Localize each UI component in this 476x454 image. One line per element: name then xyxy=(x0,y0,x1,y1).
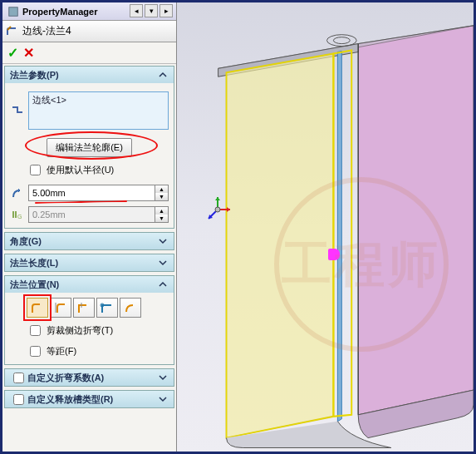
spinner[interactable]: ▲▼ xyxy=(155,185,169,201)
section-header-custom-bend[interactable]: 自定义折弯系数(A) xyxy=(5,369,174,386)
chevron-up-icon xyxy=(157,69,169,81)
graphics-viewport[interactable]: 工程师 xyxy=(177,2,474,452)
edge-select-icon xyxy=(10,104,25,117)
section-header-custom-relief[interactable]: 自定义释放槽类型(R) xyxy=(5,391,174,407)
checkbox-input[interactable] xyxy=(13,394,24,405)
checkbox-input[interactable] xyxy=(30,325,41,336)
checkbox-input[interactable] xyxy=(13,373,24,383)
section-title-custom-bend: 自定义折弯系数(A) xyxy=(27,372,157,384)
svg-rect-0 xyxy=(9,7,18,16)
checkbox-input[interactable] xyxy=(30,346,41,357)
section-title-position: 法兰位置(N) xyxy=(10,279,59,291)
trim-side-bends-checkbox[interactable]: 剪裁侧边折弯(T) xyxy=(27,323,169,338)
position-tangent[interactable] xyxy=(120,298,141,318)
section-custom-bend: 自定义折弯系数(A) xyxy=(4,368,174,387)
section-flange-params: 法兰参数(P) 边线<1> 编辑法兰轮廓(E) xyxy=(4,66,174,229)
property-manager-panel: PropertyManager ◂ ▾ ▸ 边线-法兰4 ✓ ✕ 法兰参数(P) xyxy=(2,2,177,452)
gap-icon: G xyxy=(10,208,25,221)
section-header-params[interactable]: 法兰参数(P) xyxy=(5,67,174,83)
svg-point-5 xyxy=(333,37,350,44)
section-title-angle: 角度(G) xyxy=(10,235,42,248)
cancel-button[interactable]: ✕ xyxy=(23,45,34,61)
edit-flange-profile-button[interactable]: 编辑法兰轮廓(E) xyxy=(47,138,132,157)
bend-radius-field[interactable]: ▲▼ xyxy=(28,185,169,201)
position-options xyxy=(27,298,169,318)
pm-nav-prev[interactable]: ◂ xyxy=(130,4,143,17)
svg-point-4 xyxy=(326,35,356,47)
ok-cancel-bar: ✓ ✕ xyxy=(2,42,176,64)
origin-triad[interactable] xyxy=(202,194,233,229)
section-title-params: 法兰参数(P) xyxy=(10,69,59,81)
section-title-custom-relief: 自定义释放槽类型(R) xyxy=(27,393,157,406)
watermark: 工程师 xyxy=(274,177,449,352)
pm-title: PropertyManager xyxy=(22,7,97,17)
gap-input xyxy=(28,206,155,223)
bend-radius-input[interactable] xyxy=(28,185,155,201)
position-material-outside[interactable] xyxy=(50,298,71,318)
chevron-down-icon xyxy=(157,393,169,405)
pm-nav-menu[interactable]: ▾ xyxy=(145,4,158,17)
feature-name: 边线-法兰4 xyxy=(22,24,71,38)
annotation-box xyxy=(23,294,52,321)
chevron-down-icon xyxy=(157,235,169,247)
offset-checkbox[interactable]: 等距(F) xyxy=(27,343,169,359)
use-default-radius-label: 使用默认半径(U) xyxy=(47,164,114,176)
edge-flange-icon xyxy=(6,25,19,38)
svg-text:G: G xyxy=(17,214,22,220)
pm-header-icon xyxy=(7,6,19,17)
section-header-position[interactable]: 法兰位置(N) xyxy=(5,276,174,293)
section-angle: 角度(G) xyxy=(4,232,174,250)
section-custom-relief: 自定义释放槽类型(R) xyxy=(4,390,174,408)
section-header-length[interactable]: 法兰长度(L) xyxy=(5,254,174,271)
chevron-down-icon xyxy=(157,257,169,269)
pm-nav-next[interactable]: ▸ xyxy=(159,4,173,17)
use-default-radius-checkbox[interactable]: 使用默认半径(U) xyxy=(27,162,169,178)
chevron-up-icon xyxy=(157,279,169,290)
offset-label: 等距(F) xyxy=(47,345,76,358)
section-position: 法兰位置(N) xyxy=(4,275,174,365)
position-virtual-sharp[interactable] xyxy=(96,298,118,318)
ok-button[interactable]: ✓ xyxy=(7,45,18,61)
bend-radius-icon xyxy=(10,186,25,200)
feature-bar: 边线-法兰4 xyxy=(2,21,176,42)
edge-selection-box[interactable]: 边线<1> xyxy=(28,91,169,130)
position-bend-outside[interactable] xyxy=(73,298,95,318)
gap-field: ▲▼ xyxy=(28,206,169,223)
section-title-length: 法兰长度(L) xyxy=(10,257,58,269)
checkbox-input[interactable] xyxy=(30,165,41,175)
svg-marker-8 xyxy=(227,207,230,212)
spinner-disabled: ▲▼ xyxy=(155,206,169,223)
section-header-angle[interactable]: 角度(G) xyxy=(5,233,174,249)
pm-nav: ◂ ▾ ▸ xyxy=(130,4,173,17)
pm-header: PropertyManager ◂ ▾ ▸ xyxy=(2,2,176,21)
svg-marker-10 xyxy=(215,197,220,200)
section-length: 法兰长度(L) xyxy=(4,254,174,272)
chevron-down-icon xyxy=(157,372,169,383)
trim-side-bends-label: 剪裁侧边折弯(T) xyxy=(47,324,113,337)
selection-item: 边线<1> xyxy=(32,95,66,105)
svg-point-13 xyxy=(215,207,220,212)
